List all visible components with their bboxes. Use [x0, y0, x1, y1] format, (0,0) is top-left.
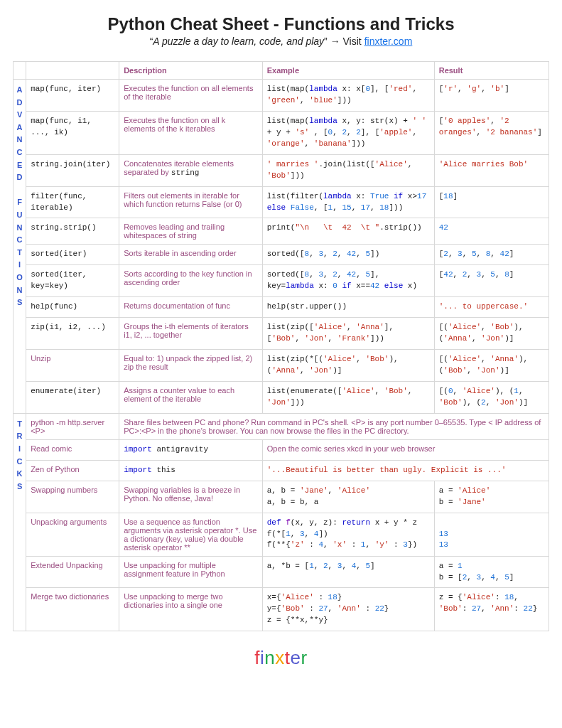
- row-description: Sorts iterable in ascending order: [119, 245, 263, 265]
- row-example: list(zip(*[('Alice', 'Bob'), ('Anna', 'J…: [262, 350, 434, 382]
- col-result: Result: [434, 62, 549, 80]
- row-wide-note: Share files between PC and phone? Run co…: [119, 413, 549, 439]
- cheatsheet-table: Description Example Result A D V A N C E…: [13, 61, 549, 631]
- table-row: enumerate(iter)Assigns a counter value t…: [13, 381, 549, 413]
- row-example: list(map(lambda x, y: str(x) + ' ' + y +…: [262, 111, 434, 154]
- col-example: Example: [262, 62, 434, 80]
- row-wide-note: Open the comic series xkcd in your web b…: [262, 439, 549, 460]
- table-row: string.join(iter)Concatenates iterable e…: [13, 154, 549, 186]
- row-example: list(zip(['Alice', 'Anna'], ['Bob', 'Jon…: [262, 318, 434, 350]
- col-name: [26, 62, 119, 80]
- row-result: a = 1 b = [2, 3, 4, 5]: [434, 556, 549, 588]
- row-name: Unzip: [26, 350, 119, 382]
- row-result: ['0 apples', '2 oranges', '2 bananas']: [434, 111, 549, 154]
- table-row: zip(i1, i2, ...)Groups the i-th elements…: [13, 318, 549, 350]
- table-row: Extended UnpackingUse unpacking for mult…: [13, 556, 549, 588]
- row-name: Merge two dictionaries: [26, 588, 119, 631]
- row-example: def f(x, y, z): return x + y * z f(*[1, …: [262, 513, 434, 556]
- row-description: Use a sequence as function arguments via…: [119, 513, 263, 556]
- row-result: '... to uppercase.': [434, 297, 549, 318]
- table-row: Read comicimport antigravityOpen the com…: [13, 439, 549, 460]
- row-example: list(filter(lambda x: True if x>17 else …: [262, 186, 434, 218]
- footer-letter: e: [291, 647, 301, 668]
- subtitle-quote: A puzzle a day to learn, code, and play: [153, 36, 324, 47]
- footer-letter: r: [301, 647, 308, 668]
- table-row: Zen of Pythonimport this'...Beautiful is…: [13, 460, 549, 481]
- footer-letter: x: [275, 647, 285, 668]
- row-result: ['r', 'g', 'b']: [434, 80, 549, 112]
- row-description: import this: [119, 460, 263, 481]
- footer-letter: t: [285, 647, 291, 668]
- row-name: Read comic: [26, 439, 119, 460]
- row-example: list(enumerate(['Alice', 'Bob', 'Jon'])): [262, 381, 434, 413]
- table-row: T R I C K Spython -m http.server <P>Shar…: [13, 413, 549, 439]
- row-name: sorted(iter): [26, 245, 119, 265]
- table-row: help(func)Returns documentation of funch…: [13, 297, 549, 318]
- row-result: 13 13: [434, 513, 549, 556]
- table-row: Unpacking argumentsUse a sequence as fun…: [13, 513, 549, 556]
- row-result: [2, 3, 5, 8, 42]: [434, 245, 549, 265]
- row-result: 'Alice marries Bob': [434, 154, 549, 186]
- section-label-advanced: A D V A N C E D F U N C T I O N S: [13, 80, 26, 414]
- row-result: 42: [434, 218, 549, 245]
- table-row: UnzipEqual to: 1) unpack the zipped list…: [13, 350, 549, 382]
- table-row: sorted(iter)Sorts iterable in ascending …: [13, 245, 549, 265]
- row-name: zip(i1, i2, ...): [26, 318, 119, 350]
- table-row: A D V A N C E D F U N C T I O N Smap(fun…: [13, 80, 549, 112]
- row-description: Groups the i-th elements of iterators i1…: [119, 318, 263, 350]
- row-description: Removes leading and trailing whitespaces…: [119, 218, 263, 245]
- row-example: a, b = 'Jane', 'Alice' a, b = b, a: [262, 481, 434, 513]
- row-example: sorted([8, 3, 2, 42, 5]): [262, 245, 434, 265]
- row-result: [('Alice', 'Bob'), ('Anna', 'Jon')]: [434, 318, 549, 350]
- row-wide-note: '...Beautiful is better than ugly. Expli…: [262, 460, 549, 481]
- row-description: Use unpacking for multiple assignment fe…: [119, 556, 263, 588]
- row-example: ' marries '.join(list(['Alice', 'Bob'])): [262, 154, 434, 186]
- table-row: filter(func, iterable)Filters out elemen…: [13, 186, 549, 218]
- table-row: Merge two dictionariesUse unpacking to m…: [13, 588, 549, 631]
- table-row: Swapping numbersSwapping variables is a …: [13, 481, 549, 513]
- row-example: list(map(lambda x: x[0], ['red', 'green'…: [262, 80, 434, 112]
- row-name: map(func, i1, ..., ik): [26, 111, 119, 154]
- row-name: filter(func, iterable): [26, 186, 119, 218]
- footer-letter: f: [254, 647, 260, 668]
- row-description: Swapping variables is a breeze in Python…: [119, 481, 263, 513]
- row-name: help(func): [26, 297, 119, 318]
- row-example: sorted([8, 3, 2, 42, 5], key=lambda x: 0…: [262, 265, 434, 297]
- row-example: help(str.upper()): [262, 297, 434, 318]
- row-description: Assigns a counter value to each element …: [119, 381, 263, 413]
- footer-logo: finxter: [13, 647, 549, 669]
- row-example: a, *b = [1, 2, 3, 4, 5]: [262, 556, 434, 588]
- row-description: Executes the function on all elements of…: [119, 80, 263, 112]
- footer-letter: n: [264, 647, 275, 668]
- row-example: x={'Alice' : 18} y={'Bob' : 27, 'Ann' : …: [262, 588, 434, 631]
- row-result: [18]: [434, 186, 549, 218]
- table-row: string.strip()Removes leading and traili…: [13, 218, 549, 245]
- section-label-tricks: T R I C K S: [13, 413, 26, 631]
- row-example: print("\n \t 42 \t ".strip()): [262, 218, 434, 245]
- page-title: Python Cheat Sheet - Functions and Trick…: [13, 14, 549, 34]
- row-result: a = 'Alice' b = 'Jane': [434, 481, 549, 513]
- row-name: string.strip(): [26, 218, 119, 245]
- row-name: Swapping numbers: [26, 481, 119, 513]
- row-result: [42, 2, 3, 5, 8]: [434, 265, 549, 297]
- row-description: Concatenates iterable elements separated…: [119, 154, 263, 186]
- row-description: Returns documentation of func: [119, 297, 263, 318]
- row-name: map(func, iter): [26, 80, 119, 112]
- row-name: enumerate(iter): [26, 381, 119, 413]
- row-name: python -m http.server <P>: [26, 413, 119, 439]
- row-result: [('Alice', 'Anna'), ('Bob', 'Jon')]: [434, 350, 549, 382]
- row-name: Extended Unpacking: [26, 556, 119, 588]
- row-description: Equal to: 1) unpack the zipped list, 2) …: [119, 350, 263, 382]
- row-description: Sorts according to the key function in a…: [119, 265, 263, 297]
- row-name: sorted(iter, key=key): [26, 265, 119, 297]
- row-description: import antigravity: [119, 439, 263, 460]
- row-description: Executes the function on all k elements …: [119, 111, 263, 154]
- col-description: Description: [119, 62, 263, 80]
- col-side: [13, 62, 26, 80]
- table-row: sorted(iter, key=key)Sorts according to …: [13, 265, 549, 297]
- table-row: map(func, i1, ..., ik)Executes the funct…: [13, 111, 549, 154]
- row-name: Unpacking arguments: [26, 513, 119, 556]
- row-description: Use unpacking to merge two dictionaries …: [119, 588, 263, 631]
- row-name: Zen of Python: [26, 460, 119, 481]
- finxter-link[interactable]: finxter.com: [364, 36, 413, 47]
